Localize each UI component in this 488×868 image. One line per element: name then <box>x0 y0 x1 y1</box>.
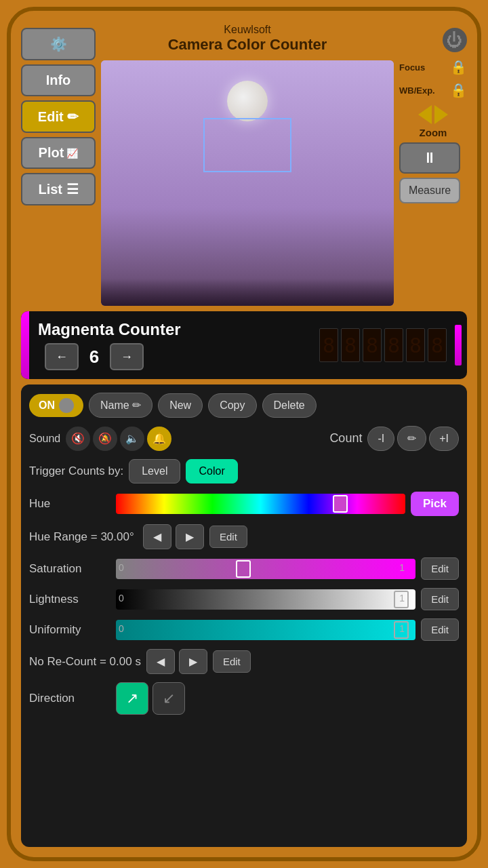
sound-label: Sound <box>29 433 60 445</box>
hue-pick-button[interactable]: Pick <box>411 492 459 516</box>
lightness-row: Lightness 0 1 Edit <box>29 588 459 610</box>
count-edit-icon: ✏ <box>407 433 416 444</box>
no-recount-right-button[interactable]: ▶ <box>179 649 207 674</box>
count-edit-button[interactable]: ✏ <box>397 426 426 451</box>
count-minus-button[interactable]: -I <box>367 427 394 451</box>
no-recount-edit-button[interactable]: Edit <box>213 650 251 673</box>
on-off-toggle[interactable]: ON <box>29 394 83 417</box>
hue-range-left-icon: ◀ <box>153 531 161 542</box>
copy-label: Copy <box>220 399 245 412</box>
uniformity-slider-container[interactable]: 0 1 <box>116 620 415 640</box>
toggle-knob <box>59 398 74 413</box>
left-buttons: ⚙️ Info Edit ✏ Plot 📈 List ☰ <box>21 21 96 306</box>
direction-row: Direction ↗ ↙ <box>29 682 459 715</box>
pause-button[interactable]: ⏸ <box>399 142 460 174</box>
sound-icon-4[interactable]: 🔔 <box>147 427 171 451</box>
uniformity-label: Uniformity <box>29 623 110 637</box>
counter-prev-icon: ← <box>56 350 68 364</box>
pause-icon: ⏸ <box>422 149 437 166</box>
app-main-title: Camera Color Counter <box>101 36 394 54</box>
hue-thumb[interactable] <box>333 495 348 513</box>
top-icons: ⏻ <box>399 28 467 52</box>
seg-digit-6: 8 <box>428 328 447 362</box>
saturation-label: Saturation <box>29 562 110 576</box>
app-title: Keuwlsoft Camera Color Counter <box>101 21 394 56</box>
camera-moon <box>227 81 268 121</box>
counter-next-button[interactable]: → <box>110 343 144 370</box>
sound-icon-1[interactable]: 🔇 <box>66 427 90 451</box>
wb-exp-lock-icon[interactable]: 🔒 <box>450 82 467 98</box>
focus-row: Focus 🔒 <box>399 59 467 75</box>
uniformity-thumb[interactable] <box>394 621 409 639</box>
name-label: Name ✏ <box>100 399 141 412</box>
hue-range-right-icon: ▶ <box>186 531 194 542</box>
zoom-arrows <box>418 105 448 124</box>
uniformity-edit-button[interactable]: Edit <box>421 618 459 641</box>
sound-icon-3[interactable]: 🔈 <box>120 427 144 451</box>
counter-prev-button[interactable]: ← <box>45 343 79 370</box>
saturation-thumb[interactable] <box>236 560 251 578</box>
hue-label: Hue <box>29 497 110 511</box>
controls-row-trigger: Trigger Counts by: Level Color <box>29 459 459 484</box>
controls-row-2: Sound 🔇 🔕 🔈 🔔 Count -I ✏ +I <box>29 426 459 451</box>
uniformity-edit-label: Edit <box>431 624 449 635</box>
focus-lock-icon[interactable]: 🔒 <box>450 59 467 75</box>
trigger-color-button[interactable]: Color <box>186 459 237 484</box>
trigger-buttons: Level Color <box>129 459 237 484</box>
hue-range-row: Hue Range = 30.00° ◀ ▶ Edit <box>29 524 459 549</box>
edit-label: Edit ✏ <box>38 108 79 125</box>
controls-panel: ON Name ✏ New Copy Delete Sound 🔇 🔕 🔈 <box>21 384 467 847</box>
new-button[interactable]: New <box>158 393 203 418</box>
direction-forward-button[interactable]: ↗ <box>116 682 148 715</box>
camera-selection-rect <box>203 118 291 172</box>
measure-button[interactable]: Edit Measure <box>399 178 460 203</box>
hue-range-edit-button[interactable]: Edit <box>209 526 247 548</box>
delete-button[interactable]: Delete <box>262 393 317 418</box>
lightness-edit-button[interactable]: Edit <box>421 588 459 610</box>
gear-button[interactable]: ⚙️ <box>21 28 96 60</box>
wb-exp-row: WB/Exp. 🔒 <box>399 82 467 98</box>
count-minus-label: -I <box>378 433 384 444</box>
count-plus-label: +I <box>439 433 449 444</box>
seg-digit-3: 8 <box>363 328 382 362</box>
count-plus-button[interactable]: +I <box>429 427 459 451</box>
hue-slider-container[interactable] <box>116 494 405 514</box>
copy-button[interactable]: Copy <box>208 393 256 418</box>
plot-button[interactable]: Plot 📈 <box>21 137 96 169</box>
seg-digit-4: 8 <box>384 328 403 362</box>
saturation-edit-label: Edit <box>431 563 449 574</box>
wb-exp-label: WB/Exp. <box>399 85 435 96</box>
hue-slider[interactable] <box>116 494 405 514</box>
no-recount-right-icon: ▶ <box>189 656 197 667</box>
counter-right-bar <box>455 325 462 366</box>
lightness-thumb[interactable] <box>394 591 409 608</box>
no-recount-left-button[interactable]: ◀ <box>146 649 175 674</box>
saturation-slider-container[interactable]: 0 1 <box>116 559 415 579</box>
lightness-slider[interactable]: 0 1 <box>116 589 415 610</box>
name-button[interactable]: Name ✏ <box>89 393 152 418</box>
list-button[interactable]: List ☰ <box>21 173 96 205</box>
sound-icon-2[interactable]: 🔕 <box>93 427 117 451</box>
info-button[interactable]: Info <box>21 64 96 96</box>
trigger-level-button[interactable]: Level <box>129 459 180 484</box>
lightness-slider-container[interactable]: 0 1 <box>116 589 415 610</box>
zoom-out-button[interactable] <box>418 105 432 124</box>
trigger-level-label: Level <box>142 465 167 477</box>
list-label: List ☰ <box>38 181 78 197</box>
hue-range-edit-label: Edit <box>220 531 237 542</box>
direction-label: Direction <box>29 692 110 705</box>
counter-sidebar-bar <box>21 311 29 379</box>
hue-range-left-button[interactable]: ◀ <box>143 524 171 549</box>
direction-buttons: ↗ ↙ <box>116 682 185 715</box>
saturation-slider[interactable]: 0 1 <box>116 559 415 579</box>
controls-row-1: ON Name ✏ New Copy Delete <box>29 393 459 418</box>
saturation-edit-button[interactable]: Edit <box>421 557 459 580</box>
uniformity-slider[interactable]: 0 1 <box>116 620 415 640</box>
zoom-label: Zoom <box>420 127 447 138</box>
hue-range-right-button[interactable]: ▶ <box>176 524 204 549</box>
edit-button[interactable]: Edit ✏ <box>21 100 96 133</box>
zoom-in-button[interactable] <box>434 105 448 124</box>
counter-value: 6 <box>84 347 104 368</box>
sound-icons: 🔇 🔕 🔈 🔔 <box>66 427 171 451</box>
direction-backward-button[interactable]: ↙ <box>152 682 185 715</box>
